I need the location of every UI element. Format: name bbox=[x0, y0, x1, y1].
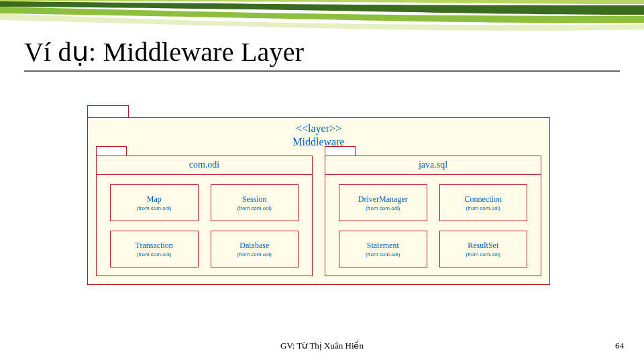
footer-page-number: 64 bbox=[615, 341, 624, 351]
class-session: Session (from com.odi) bbox=[211, 184, 299, 221]
class-name: Statement bbox=[367, 241, 399, 251]
package-body: com.odi Map (from com.odi) Session (from… bbox=[96, 156, 313, 276]
package-name: java.sql bbox=[325, 156, 541, 175]
class-from: (from com.odi) bbox=[466, 252, 500, 258]
package-java-sql: java.sql DriverManager (from com.odi) Co… bbox=[325, 156, 541, 276]
package-com-odi: com.odi Map (from com.odi) Session (from… bbox=[96, 156, 313, 276]
package-tab bbox=[325, 146, 356, 156]
class-statement: Statement (from com.odi) bbox=[339, 231, 427, 267]
class-name: Database bbox=[239, 241, 269, 251]
class-database: Database (from com.odi) bbox=[211, 231, 299, 267]
class-name: DriverManager bbox=[358, 195, 408, 204]
footer-author: GV: Từ Thị Xuân Hiền bbox=[0, 341, 644, 351]
class-drivermanager: DriverManager (from com.odi) bbox=[339, 184, 427, 221]
layer-stereotype: <<layer>> bbox=[88, 122, 549, 135]
class-from: (from com.odi) bbox=[137, 252, 172, 258]
uml-diagram: <<layer>> Middleware com.odi Map (from c… bbox=[87, 117, 550, 285]
class-name: Map bbox=[147, 195, 162, 204]
package-tab bbox=[96, 146, 127, 156]
layer-package-tab bbox=[87, 105, 129, 117]
class-from: (from com.odi) bbox=[237, 252, 272, 258]
class-name: Transaction bbox=[136, 241, 173, 251]
package-body: java.sql DriverManager (from com.odi) Co… bbox=[325, 156, 541, 276]
class-from: (from com.odi) bbox=[366, 206, 400, 212]
class-transaction: Transaction (from com.odi) bbox=[110, 231, 199, 267]
layer-name: Middleware bbox=[88, 135, 549, 149]
class-resultset: ResultSet (from com.odi) bbox=[439, 231, 528, 267]
layer-header: <<layer>> Middleware bbox=[88, 118, 549, 149]
page-title: Ví dụ: Middleware Layer bbox=[24, 36, 620, 72]
class-name: Session bbox=[242, 195, 267, 204]
class-from: (from com.odi) bbox=[237, 206, 272, 212]
layer-package-body: <<layer>> Middleware com.odi Map (from c… bbox=[87, 117, 550, 285]
class-map: Map (from com.odi) bbox=[110, 184, 199, 221]
class-from: (from com.odi) bbox=[466, 206, 500, 212]
class-connection: Connection (from com.odi) bbox=[439, 184, 528, 221]
class-name: ResultSet bbox=[468, 241, 498, 251]
package-name: com.odi bbox=[97, 156, 312, 175]
class-from: (from com.odi) bbox=[137, 206, 172, 212]
top-swoosh-decoration bbox=[0, 0, 644, 32]
class-from: (from com.odi) bbox=[366, 252, 400, 258]
class-name: Connection bbox=[465, 195, 502, 204]
